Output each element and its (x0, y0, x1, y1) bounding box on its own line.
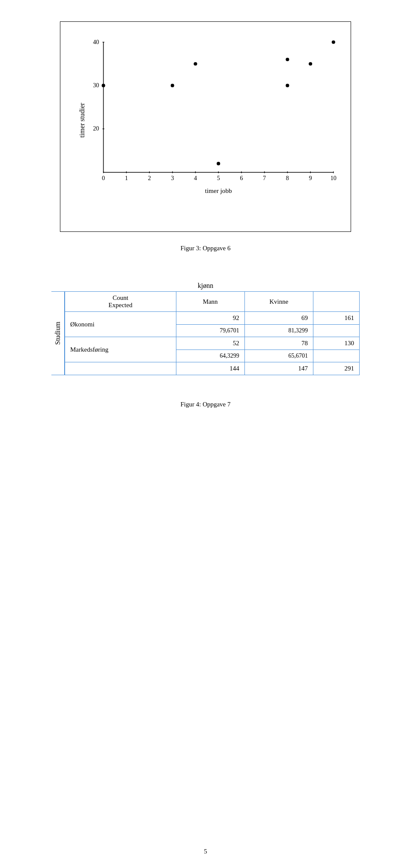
data-point (286, 84, 289, 87)
table-section: kjønn Studium CountExpected Mann Kvinne … (51, 282, 360, 375)
markedsføring-total: 130 (313, 337, 360, 350)
total-total: 291 (313, 362, 360, 375)
data-table: CountExpected Mann Kvinne Økonomi 92 69 … (65, 291, 360, 375)
data-point (309, 62, 312, 65)
table-row-total: 144 147 291 (65, 362, 360, 375)
svg-text:4: 4 (194, 175, 197, 181)
svg-text:8: 8 (286, 175, 289, 181)
table-row-økonomi-count: Økonomi 92 69 161 (65, 312, 360, 325)
total-mann: 144 (176, 362, 244, 375)
col-header-label: CountExpected (65, 292, 176, 312)
chart-area: timer studier 20 30 40 0 1 (86, 30, 338, 210)
svg-text:10: 10 (331, 175, 337, 181)
data-point (101, 84, 105, 87)
data-point (217, 162, 220, 165)
data-point (286, 58, 289, 61)
svg-text:30: 30 (93, 82, 99, 89)
figure4-caption: Figur 4: Oppgave 7 (180, 401, 230, 408)
total-label (65, 362, 176, 375)
col-header-mann: Mann (176, 292, 244, 312)
okonomi-kvinne-count: 69 (244, 312, 313, 325)
kjønn-header: kjønn (51, 282, 360, 290)
markedsføring-kvinne-expected: 65,6701 (244, 350, 313, 362)
table-header-row: CountExpected Mann Kvinne (65, 292, 360, 312)
data-point (332, 40, 335, 44)
markedsføring-mann-expected: 64,3299 (176, 350, 244, 362)
markedsføring-kvinne-count: 78 (244, 337, 313, 350)
okonomi-mann-count: 92 (176, 312, 244, 325)
studium-label: Studium (51, 291, 65, 375)
total-kvinne: 147 (244, 362, 313, 375)
figure3-caption: Figur 3: Oppgave 6 (180, 245, 230, 252)
table-row-markedsføring-count: Markedsføring 52 78 130 (65, 337, 360, 350)
count-expected-label: CountExpected (108, 294, 132, 308)
svg-text:3: 3 (171, 175, 174, 181)
svg-text:2: 2 (148, 175, 151, 181)
okonomi-total-expected (313, 325, 360, 337)
okonomi-label: Økonomi (65, 312, 176, 337)
okonomi-kvinne-expected: 81,3299 (244, 325, 313, 337)
y-axis-label: timer studier (78, 103, 86, 137)
svg-text:5: 5 (217, 175, 220, 181)
markedsføring-mann-count: 52 (176, 337, 244, 350)
okonomi-mann-expected: 79,6701 (176, 325, 244, 337)
svg-text:6: 6 (240, 175, 243, 181)
col-header-total (313, 292, 360, 312)
svg-text:20: 20 (93, 125, 99, 132)
data-point (194, 62, 197, 65)
page-number: 5 (204, 831, 207, 855)
markedsføring-label: Markedsføring (65, 337, 176, 362)
scatter-plot-container: timer studier 20 30 40 0 1 (60, 21, 351, 232)
svg-text:9: 9 (309, 175, 312, 181)
svg-text:40: 40 (93, 39, 99, 45)
markedsføring-total-expected (313, 350, 360, 362)
svg-text:7: 7 (263, 175, 266, 181)
table-wrapper: Studium CountExpected Mann Kvinne Økonom… (51, 291, 360, 375)
scatter-svg: 20 30 40 0 1 2 3 4 5 6 7 (86, 30, 338, 210)
okonomi-total: 161 (313, 312, 360, 325)
svg-text:0: 0 (102, 175, 105, 181)
data-point (171, 84, 174, 87)
svg-text:timer jobb: timer jobb (205, 187, 232, 194)
col-header-kvinne: Kvinne (244, 292, 313, 312)
svg-text:1: 1 (125, 175, 128, 181)
